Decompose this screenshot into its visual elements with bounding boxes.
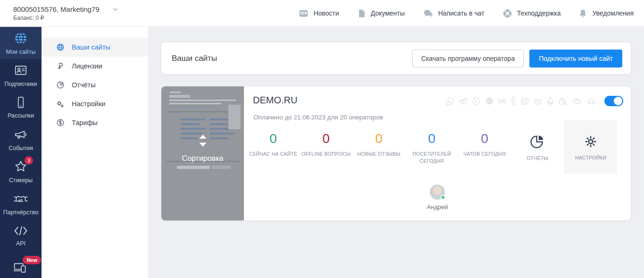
stat-value: 0 bbox=[405, 132, 458, 146]
site-domain: DEMO.RU bbox=[253, 95, 297, 106]
sidebar-item-api[interactable]: API bbox=[0, 219, 42, 252]
reports-button[interactable]: ОТЧЁТЫ bbox=[511, 120, 564, 174]
site-stats-row: 0 СЕЙЧАС НА САЙТЕ 0 OFFLINE ВОПРОСЫ 0 НО… bbox=[247, 126, 617, 174]
site-sidebar: Ваши сайты Лицензии Отчёты Настройки Тар… bbox=[42, 27, 149, 278]
stat-online-now: 0 СЕЙЧАС НА САЙТЕ bbox=[247, 126, 300, 174]
stat-new-reviews: 0 НОВЫЕ ОТЗЫВЫ bbox=[352, 126, 405, 174]
account-selector[interactable]: 80005015576, Marketing79 Баланс: 0 ₽ bbox=[0, 5, 119, 21]
sidebar-item-my-sites[interactable]: Мои сайты bbox=[0, 27, 42, 59]
nav-documents[interactable]: Документы bbox=[357, 8, 405, 18]
stat-offline-questions: 0 OFFLINE ВОПРОСЫ bbox=[300, 126, 352, 174]
content-area: Ваши сайты Скачать программу оператора П… bbox=[149, 27, 644, 278]
pie-chart-icon bbox=[56, 81, 65, 89]
page-title: Ваши сайты bbox=[172, 54, 217, 63]
pie-chart-icon bbox=[529, 134, 545, 150]
subnav-licenses[interactable]: Лицензии bbox=[42, 57, 148, 76]
settings-button[interactable]: НАСТРОЙКИ bbox=[564, 120, 617, 174]
connect-new-site-button[interactable]: Подключить новый сайт bbox=[529, 50, 622, 67]
stat-label: ЧАТОВ СЕГОДНЯ bbox=[458, 151, 511, 158]
site-thumbnail-sort-handle[interactable]: Сортировка bbox=[161, 86, 244, 220]
sidebar-item-devices[interactable]: New bbox=[0, 252, 42, 278]
nav-chat-label: Написать в чат bbox=[438, 9, 485, 17]
car-icon bbox=[571, 96, 582, 106]
sort-arrows-icon bbox=[197, 134, 209, 150]
sidebar-item-label: Подписчики bbox=[5, 81, 37, 87]
page-header-card: Ваши сайты Скачать программу оператора П… bbox=[161, 42, 631, 74]
channel-icons-row: VK @ bbox=[445, 96, 597, 106]
sidebar-item-mailings[interactable]: Рассылки bbox=[0, 91, 42, 123]
site-license-info: Оплачено до 21.06.2023 для 20 операторов bbox=[253, 114, 383, 121]
chevron-down-icon[interactable] bbox=[112, 6, 119, 13]
stat-value: 0 bbox=[352, 132, 405, 146]
operator-name: Андрей bbox=[427, 203, 448, 211]
download-operator-app-button[interactable]: Скачать программу оператора bbox=[412, 50, 524, 67]
operator-block[interactable]: Андрей bbox=[244, 185, 631, 211]
site-enabled-toggle[interactable] bbox=[604, 96, 623, 106]
stat-value: 0 bbox=[458, 132, 511, 146]
auto-icon bbox=[585, 96, 597, 106]
stat-label: OFFLINE ВОПРОСЫ bbox=[300, 151, 352, 158]
dollar-circle-icon bbox=[56, 118, 65, 127]
sidebar-item-label: Мои сайты bbox=[6, 49, 36, 55]
top-nav: Новости Документы Написать в чат Техподд… bbox=[299, 8, 644, 18]
telegram-icon bbox=[458, 96, 468, 106]
phone-icon bbox=[14, 96, 27, 109]
app-root: 80005015576, Marketing79 Баланс: 0 ₽ Нов… bbox=[0, 0, 644, 278]
stat-value: 0 bbox=[300, 132, 352, 146]
operator-avatar bbox=[430, 185, 445, 200]
bag-icon bbox=[558, 96, 568, 106]
new-badge: New bbox=[23, 256, 41, 264]
code-icon bbox=[14, 225, 28, 237]
nav-notifications-label: Уведомления bbox=[592, 9, 634, 17]
main-sidebar: Мои сайты Подписчики Рассылки События 3 bbox=[0, 27, 42, 278]
subnav-settings[interactable]: Настройки bbox=[42, 94, 148, 113]
subnav-label: Отчёты bbox=[72, 81, 96, 89]
nav-news[interactable]: Новости bbox=[299, 8, 339, 18]
email-at-icon: @ bbox=[520, 96, 529, 106]
sidebar-item-label: Стикеры bbox=[9, 177, 33, 184]
documents-icon bbox=[357, 8, 366, 18]
sidebar-item-events[interactable]: События bbox=[0, 123, 42, 155]
gear-icon bbox=[583, 134, 598, 149]
subnav-label: Ваши сайты bbox=[72, 43, 110, 51]
subnav-your-sites[interactable]: Ваши сайты bbox=[42, 38, 148, 57]
sidebar-item-label: API bbox=[16, 240, 25, 247]
sidebar-item-label: Партнёрство bbox=[3, 209, 39, 216]
star-icon: 3 bbox=[14, 160, 28, 174]
subnav-tariffs[interactable]: Тарифы bbox=[42, 113, 148, 132]
account-balance: Баланс: 0 ₽ bbox=[13, 15, 119, 21]
sidebar-item-subscribers[interactable]: Подписчики bbox=[0, 59, 42, 91]
subnav-label: Настройки bbox=[72, 100, 105, 108]
ruble-icon bbox=[56, 62, 65, 70]
toggle-knob bbox=[614, 97, 622, 105]
online-status-dot bbox=[441, 195, 445, 200]
id-card-icon bbox=[14, 63, 28, 77]
nav-support-label: Техподдержка bbox=[517, 9, 561, 17]
stat-label: НОВЫЕ ОТЗЫВЫ bbox=[352, 151, 405, 158]
chat-icon bbox=[423, 8, 434, 18]
top-bar: 80005015576, Marketing79 Баланс: 0 ₽ Нов… bbox=[0, 0, 644, 27]
megaphone-icon bbox=[14, 127, 28, 142]
sidebar-item-stickers[interactable]: 3 Стикеры bbox=[0, 155, 42, 187]
nav-notifications[interactable]: Уведомления bbox=[578, 8, 634, 18]
subnav-reports[interactable]: Отчёты bbox=[42, 76, 148, 94]
whatsapp-icon bbox=[445, 96, 455, 106]
settings-label: НАСТРОЙКИ bbox=[575, 155, 606, 160]
stickers-count-badge: 3 bbox=[25, 156, 33, 165]
reports-label: ОТЧЁТЫ bbox=[527, 155, 548, 161]
sidebar-item-partnership[interactable]: Партнёрство bbox=[0, 187, 42, 219]
handshake-icon bbox=[13, 192, 29, 206]
nav-documents-label: Документы bbox=[371, 9, 405, 17]
messenger-icon bbox=[485, 96, 494, 106]
nav-news-label: Новости bbox=[313, 9, 339, 17]
sort-overlay-label: Сортировка bbox=[182, 154, 224, 163]
stat-label: СЕЙЧАС НА САЙТЕ bbox=[247, 151, 300, 158]
nav-chat[interactable]: Написать в чат bbox=[423, 8, 485, 18]
vk-icon: VK bbox=[498, 98, 506, 105]
viber-icon bbox=[471, 96, 481, 106]
stat-chats-today: 0 ЧАТОВ СЕГОДНЯ bbox=[458, 126, 511, 174]
nav-support[interactable]: Техподдержка bbox=[502, 8, 561, 18]
gears-icon bbox=[56, 100, 65, 109]
crypto-diamond-icon bbox=[546, 96, 554, 106]
odnoklassniki-icon bbox=[510, 96, 517, 106]
